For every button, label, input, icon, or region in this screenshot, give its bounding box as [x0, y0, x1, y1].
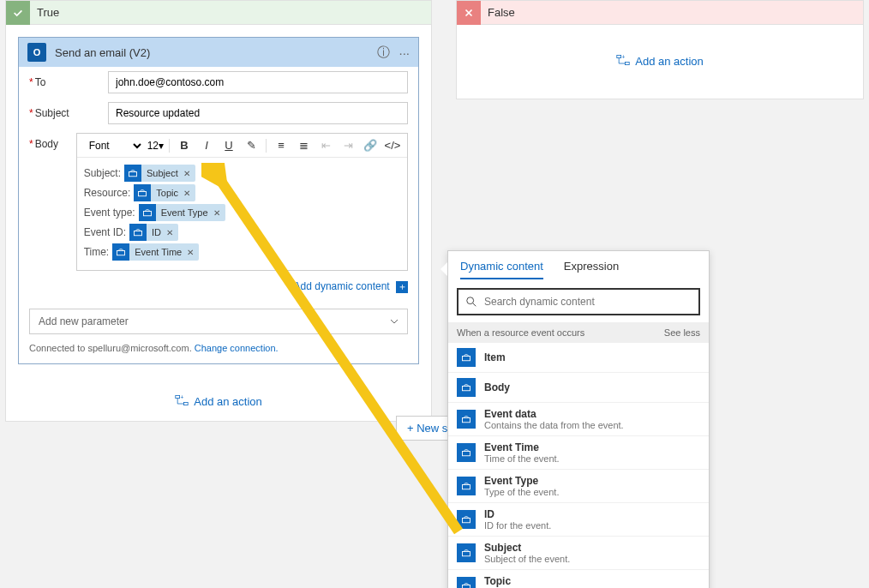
eventgrid-icon: [457, 410, 476, 429]
eventgrid-icon: [139, 204, 156, 221]
svg-rect-3: [135, 231, 142, 236]
search-icon: [465, 296, 477, 308]
group-label: When a resource event occurs: [457, 327, 584, 338]
add-parameter-select[interactable]: Add new parameter: [29, 309, 408, 334]
add-action-icon: +: [616, 54, 630, 69]
flyout-item[interactable]: Body: [448, 373, 709, 403]
dynamic-token[interactable]: Event Time✕: [112, 243, 199, 261]
body-line-label: Event type:: [84, 207, 135, 219]
svg-rect-0: [129, 172, 137, 177]
token-remove[interactable]: ✕: [166, 228, 178, 237]
svg-rect-8: [617, 55, 621, 57]
bullet-list-icon[interactable]: ≡: [272, 136, 291, 155]
eventgrid-icon: [457, 543, 476, 562]
search-input[interactable]: [484, 296, 692, 308]
to-input[interactable]: [108, 71, 408, 93]
flyout-item[interactable]: Event TimeTime of the event.: [448, 436, 709, 470]
tab-dynamic-content[interactable]: Dynamic content: [460, 260, 543, 279]
branch-true: True O Send an email (V2) ⓘ ··· *To *Sub…: [5, 0, 432, 422]
add-action-false[interactable]: + Add an action: [457, 25, 863, 97]
eventgrid-icon: [457, 348, 476, 367]
token-label: ID: [147, 227, 166, 237]
flyout-item[interactable]: SubjectSubject of the event.: [448, 537, 709, 570]
flyout-pointer: [440, 262, 447, 276]
flyout-item-title: Body: [484, 381, 510, 393]
flyout-item-title: ID: [484, 508, 551, 520]
token-label: Event Time: [129, 247, 187, 257]
flyout-item-desc: Type of the event.: [484, 487, 559, 497]
subject-label: Subject: [35, 107, 69, 119]
pencil-icon[interactable]: ✎: [242, 136, 261, 155]
dynamic-token[interactable]: ID✕: [129, 224, 178, 241]
flyout-item-desc: Contains the data from the event.: [484, 420, 624, 430]
svg-rect-1: [139, 192, 147, 196]
size-select[interactable]: 12 ▾: [147, 140, 164, 152]
body-line-label: Subject:: [84, 167, 121, 179]
indent-icon[interactable]: ⇥: [339, 136, 357, 155]
svg-point-11: [467, 297, 474, 304]
branch-false-header: False: [457, 1, 863, 25]
dynamic-token[interactable]: Event Type✕: [139, 204, 225, 221]
flyout-item-desc: Subject of the event.: [484, 554, 570, 564]
svg-rect-19: [463, 585, 470, 589]
italic-button[interactable]: I: [197, 136, 216, 155]
eventgrid-icon: [134, 184, 151, 201]
info-icon[interactable]: ⓘ: [377, 45, 390, 61]
underline-button[interactable]: U: [219, 136, 238, 155]
eventgrid-icon: [124, 165, 141, 182]
plus-icon[interactable]: ＋: [396, 281, 408, 293]
number-list-icon[interactable]: ≣: [294, 136, 313, 155]
font-select[interactable]: Font: [82, 137, 144, 154]
token-label: Topic: [151, 188, 183, 198]
token-remove[interactable]: ✕: [183, 169, 195, 178]
flyout-item-title: Event data: [484, 408, 624, 420]
code-icon[interactable]: </>: [383, 136, 402, 155]
flyout-item-title: Subject: [484, 542, 570, 554]
flyout-search[interactable]: [457, 288, 700, 315]
token-remove[interactable]: ✕: [187, 248, 199, 257]
check-icon: [6, 1, 30, 25]
subject-input[interactable]: [108, 102, 408, 124]
svg-rect-2: [143, 212, 151, 216]
to-label: To: [35, 76, 46, 88]
flyout-item[interactable]: Event dataContains the data from the eve…: [448, 403, 709, 436]
svg-rect-13: [463, 387, 470, 391]
send-email-header[interactable]: O Send an email (V2) ⓘ ···: [19, 38, 418, 67]
more-icon[interactable]: ···: [399, 45, 410, 60]
flyout-item[interactable]: TopicResource that fired the event.: [448, 570, 709, 588]
outdent-icon[interactable]: ⇤: [316, 136, 335, 155]
svg-rect-18: [463, 552, 470, 556]
link-icon[interactable]: 🔗: [361, 136, 380, 155]
token-remove[interactable]: ✕: [213, 208, 225, 218]
token-remove[interactable]: ✕: [183, 189, 195, 198]
connected-text: Connected to spelluru@microsoft.com.: [29, 343, 192, 353]
flyout-item[interactable]: Event TypeType of the event.: [448, 470, 709, 503]
eventgrid-icon: [457, 477, 476, 495]
see-less-link[interactable]: See less: [664, 327, 700, 338]
dynamic-token[interactable]: Subject✕: [124, 165, 195, 182]
bold-button[interactable]: B: [175, 136, 194, 155]
svg-rect-15: [463, 452, 470, 456]
svg-rect-9: [626, 62, 630, 64]
dynamic-token[interactable]: Topic✕: [134, 184, 195, 201]
svg-rect-6: [184, 402, 189, 405]
flyout-item-title: Event Type: [484, 475, 559, 487]
flyout-item-desc: ID for the event.: [484, 520, 551, 531]
body-line: Subject:Subject✕: [84, 165, 400, 182]
body-label: Body: [35, 138, 58, 150]
flyout-items[interactable]: ItemBodyEvent dataContains the data from…: [448, 343, 709, 588]
flyout-item[interactable]: Item: [448, 343, 709, 373]
svg-rect-17: [463, 519, 470, 523]
eventgrid-icon: [457, 378, 476, 397]
branch-false: False + Add an action: [456, 0, 864, 99]
send-email-card: O Send an email (V2) ⓘ ··· *To *Subject …: [18, 37, 419, 364]
flyout-item[interactable]: IDID for the event.: [448, 503, 709, 537]
dynamic-content-link[interactable]: Add dynamic content: [294, 280, 390, 292]
change-connection-link[interactable]: Change connection.: [195, 343, 279, 353]
flyout-item-title: Item: [484, 351, 506, 363]
body-line-label: Event ID:: [84, 226, 126, 238]
tab-expression[interactable]: Expression: [564, 260, 619, 279]
add-action-true[interactable]: + Add an action: [6, 383, 431, 421]
eventgrid-icon: [457, 510, 476, 529]
branch-false-label: False: [488, 6, 515, 19]
